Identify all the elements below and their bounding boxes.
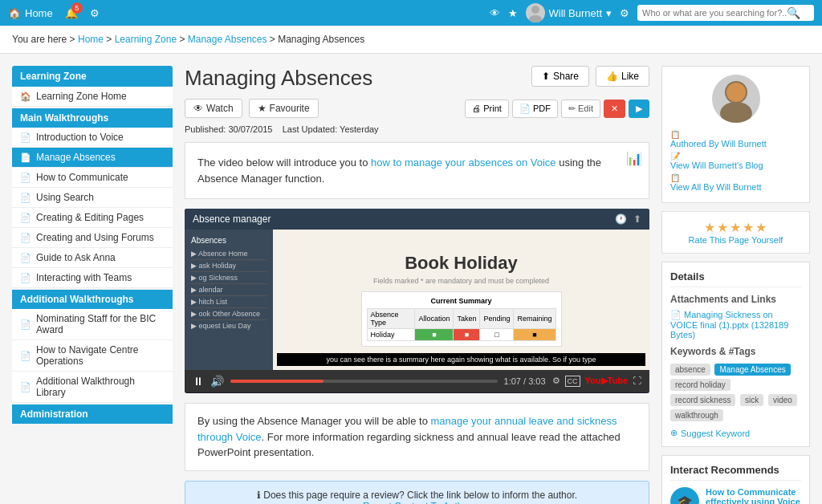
doc-icon-8: 📄	[20, 273, 31, 283]
play-pause-button[interactable]: ⏸	[193, 375, 204, 388]
tag-record-holiday[interactable]: record holiday	[670, 379, 730, 391]
progress-bar[interactable]	[230, 380, 498, 383]
home-small-icon: 🏠	[20, 91, 31, 102]
video-sidebar-item[interactable]: ▶ Absence Home	[191, 248, 267, 260]
tag-sick[interactable]: sick	[740, 394, 763, 406]
authored-by-link[interactable]: Authored By Will Burnett	[670, 139, 801, 148]
sidebar-item-bic-award[interactable]: 📄 Nominating Staff for the BIC Award	[12, 309, 173, 340]
video-sidebar-item[interactable]: ▶ ook Other Absence	[191, 308, 267, 320]
tag-video[interactable]: video	[768, 394, 797, 406]
nav-forward-button[interactable]: ▶	[629, 100, 649, 118]
home-label[interactable]: Home	[25, 7, 53, 19]
suggest-keyword-button[interactable]: ⊕ Suggest Keyword	[670, 428, 801, 438]
video-sidebar-title: Absences	[191, 236, 267, 245]
watch-button[interactable]: 👁 Watch	[185, 99, 242, 118]
sidebar-item-centre-operations[interactable]: 📄 How to Navigate Centre Operations	[12, 340, 173, 372]
sidebar-item-label: Introduction to Voice	[36, 132, 124, 143]
tag-walkthrough[interactable]: walkthrough	[670, 409, 723, 421]
user-dropdown-icon[interactable]: ▾	[606, 7, 612, 19]
video-sidebar-item[interactable]: ▶ alendar	[191, 284, 267, 296]
report-link[interactable]: Report Content To Author	[363, 501, 471, 505]
video-sidebar-item[interactable]: ▶ hitch List	[191, 296, 267, 308]
breadcrumb-manage-absences[interactable]: Manage Absences	[188, 34, 267, 45]
table-cell: ■	[514, 329, 555, 341]
sidebar-item-walkthrough-library[interactable]: 📄 Additional Walkthrough Library	[12, 372, 173, 403]
details-box: Details Attachments and Links Managing S…	[661, 262, 810, 447]
intro-text: The video below will introduce you to ho…	[197, 155, 637, 186]
search-button[interactable]: 🔍	[787, 6, 800, 19]
table-cell: □	[480, 329, 514, 341]
sidebar-item-intro-voice[interactable]: 📄 Introduction to Voice	[12, 128, 173, 148]
view-all-link[interactable]: View All By Will Burnett	[670, 182, 801, 192]
view-blog-link[interactable]: View Will Burnett's Blog	[670, 161, 801, 170]
share-button[interactable]: ⬆ Share	[531, 66, 589, 87]
sidebar-item-label: Nominating Staff for the BIC Award	[36, 313, 165, 335]
notifications-button[interactable]: 🔔 5	[65, 7, 78, 19]
cc-icon[interactable]: CC	[565, 376, 580, 387]
recommend-link[interactable]: How to Communicate effectively using Voi…	[706, 487, 801, 504]
sidebar-item-teams[interactable]: 📄 Interacting with Teams	[12, 268, 173, 288]
volume-button[interactable]: 🔊	[210, 375, 224, 388]
doc-icon-7: 📄	[20, 253, 31, 263]
breadcrumb-learning-zone[interactable]: Learning Zone	[115, 34, 177, 45]
sidebar-admin-header: Administration	[12, 404, 173, 424]
sidebar-item-creating-forums[interactable]: 📄 Creating and Using Forums	[12, 228, 173, 248]
pdf-button[interactable]: 📄 PDF	[512, 100, 558, 118]
video-subtitle: you can see there is a summary here agai…	[277, 353, 645, 366]
settings-video-icon[interactable]: ⚙	[552, 376, 560, 387]
sidebar-item-label: Guide to Ask Anna	[36, 252, 116, 263]
rating-box: ★★★★★ Rate This Page Yourself	[661, 211, 810, 254]
intro-text-box: 📊 The video below will introduce you to …	[185, 142, 649, 199]
like-button[interactable]: 👍 Like	[596, 66, 649, 87]
sidebar-item-learning-zone-home[interactable]: 🏠 Learning Zone Home	[12, 87, 173, 107]
share-video-icon[interactable]: ⬆	[633, 213, 641, 225]
recommend-text: How to Communicate effectively using Voi…	[706, 487, 801, 504]
eye-icon[interactable]: 👁	[490, 7, 500, 19]
suggest-icon: ⊕	[670, 428, 678, 438]
edit-button[interactable]: ✏ Edit	[561, 100, 600, 118]
star-icon[interactable]: ★	[508, 7, 518, 19]
tag-record-sickness[interactable]: record sickness	[670, 394, 735, 406]
print-button[interactable]: 🖨 Print	[465, 100, 509, 118]
sidebar-item-manage-absences[interactable]: 📄 Manage Absences	[12, 148, 173, 168]
video-content[interactable]: Absences ▶ Absence Home ▶ ask Holiday ▶ …	[185, 230, 649, 370]
search-box[interactable]: 🔍	[637, 5, 814, 21]
settings-icon[interactable]: ⚙	[90, 7, 100, 19]
video-sidebar-item[interactable]: ▶ ask Holiday	[191, 260, 267, 272]
sidebar-item-using-search[interactable]: 📄 Using Search	[12, 188, 173, 208]
rate-page-link[interactable]: Rate This Page Yourself	[670, 235, 801, 245]
sidebar-item-ask-anna[interactable]: 📄 Guide to Ask Anna	[12, 248, 173, 268]
published-label: Published:	[185, 124, 226, 134]
sidebar-item-label: Creating & Editing Pages	[36, 212, 144, 223]
keywords-title: Keywords & #Tags	[670, 346, 801, 357]
gear-icon[interactable]: ⚙	[620, 7, 629, 19]
fullscreen-icon[interactable]: ⛶	[633, 376, 641, 387]
video-sidebar-item[interactable]: ▶ equest Lieu Day	[191, 320, 267, 331]
tag-manage-absences[interactable]: Manage Absences	[714, 364, 790, 376]
home-nav-item[interactable]: 🏠 Home	[8, 7, 53, 19]
sidebar-item-how-to-communicate[interactable]: 📄 How to Communicate	[12, 168, 173, 188]
avatar	[526, 3, 545, 22]
user-profile[interactable]: Will Burnett ▾	[526, 3, 612, 22]
favourite-label: Favourite	[270, 103, 310, 114]
doc-icon-1: 📄	[20, 132, 31, 143]
video-mandatory-note: Fields marked * are mandatory and must b…	[373, 277, 549, 285]
favourite-button[interactable]: ★ Favourite	[249, 99, 319, 118]
review-notice: ℹ Does this page require a review? Click…	[185, 481, 649, 505]
delete-button[interactable]: ✕	[604, 100, 625, 118]
star-icon-small: ★	[258, 103, 267, 114]
svg-point-4	[726, 83, 746, 102]
doc-icon-6: 📄	[20, 233, 31, 243]
sidebar-main-walkthroughs-header: Main Walkthroughs	[12, 108, 173, 128]
attachment-link[interactable]: Managing Sickness on VOICE final (1).ppt…	[670, 310, 801, 339]
progress-fill	[230, 380, 324, 383]
search-input[interactable]	[642, 8, 787, 18]
chart-icon: 📊	[626, 149, 642, 169]
video-sidebar-item[interactable]: ▶ og Sickness	[191, 272, 267, 284]
tag-absence[interactable]: absence	[670, 364, 710, 376]
breadcrumb-home[interactable]: Home	[78, 34, 104, 45]
published-date: 30/07/2015	[228, 124, 272, 134]
manage-link[interactable]: manage your annual leave and sickness th…	[197, 415, 617, 443]
eye-icon-small: 👁	[193, 103, 203, 114]
sidebar-item-creating-editing[interactable]: 📄 Creating & Editing Pages	[12, 208, 173, 228]
